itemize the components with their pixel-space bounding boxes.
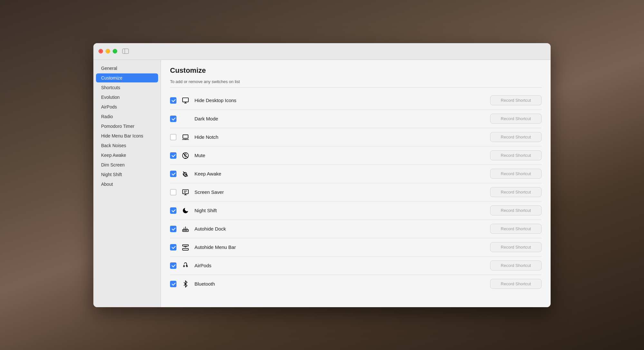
half-circle-icon (180, 114, 191, 124)
checkbox-airpods[interactable] (170, 262, 176, 269)
record-shortcut-button-airpods[interactable]: Record Shortcut (490, 260, 542, 270)
item-label-keep-awake: Keep Awake (194, 171, 486, 176)
list-item-airpods: AirPodsRecord Shortcut (170, 257, 542, 275)
checkbox-keep-awake[interactable] (170, 171, 176, 177)
sidebar-item-customize[interactable]: Customize (96, 73, 158, 82)
sidebar-item-pomodoro-timer[interactable]: Pomodoro Timer (96, 122, 158, 131)
item-label-airpods: AirPods (194, 263, 486, 268)
moon-icon (180, 205, 191, 216)
record-shortcut-button-bluetooth[interactable]: Record Shortcut (490, 279, 542, 289)
record-shortcut-button-dark-mode[interactable]: Record Shortcut (490, 114, 542, 124)
record-shortcut-button-mute[interactable]: Record Shortcut (490, 150, 542, 160)
record-shortcut-button-hide-notch[interactable]: Record Shortcut (490, 132, 542, 142)
list-item-autohide-menu-bar: Autohide Menu BarRecord Shortcut (170, 238, 542, 257)
checkbox-autohide-dock[interactable] (170, 226, 176, 232)
svg-point-21 (186, 266, 188, 267)
svg-rect-15 (184, 230, 185, 231)
dock-icon (180, 224, 191, 234)
main-content: Customize To add or remove any switches … (161, 60, 551, 307)
checkbox-hide-desktop-icons[interactable] (170, 97, 176, 104)
checkbox-dark-mode[interactable] (170, 116, 176, 122)
svg-rect-3 (183, 135, 188, 138)
sidebar-item-general[interactable]: General (96, 64, 158, 73)
main-header: Customize To add or remove any switches … (161, 60, 551, 91)
monitor2-icon (180, 187, 191, 197)
record-shortcut-button-keep-awake[interactable]: Record Shortcut (490, 169, 542, 179)
sidebar-item-hide-menu-bar-icons[interactable]: Hide Menu Bar Icons (96, 131, 158, 140)
sidebar-item-night-shift[interactable]: Night Shift (96, 170, 158, 179)
sidebar-item-about[interactable]: About (96, 180, 158, 189)
record-shortcut-button-hide-desktop-icons[interactable]: Record Shortcut (490, 95, 542, 105)
monitor-icon (180, 95, 191, 106)
checkbox-screen-saver[interactable] (170, 189, 176, 195)
checkbox-autohide-menu-bar[interactable] (170, 244, 176, 251)
sidebar-item-dim-screen[interactable]: Dim Screen (96, 160, 158, 169)
item-label-hide-notch: Hide Notch (194, 134, 486, 140)
item-label-hide-desktop-icons: Hide Desktop Icons (194, 98, 486, 103)
airpods-icon (180, 260, 191, 271)
list-item-autohide-dock: Autohide DockRecord Shortcut (170, 220, 542, 238)
item-label-autohide-dock: Autohide Dock (194, 226, 486, 232)
minimize-button[interactable] (106, 49, 110, 53)
laptop-icon (180, 132, 191, 142)
list-item-dark-mode: Dark ModeRecord Shortcut (170, 110, 542, 128)
item-label-screen-saver: Screen Saver (194, 189, 486, 195)
svg-rect-16 (185, 230, 186, 231)
sidebar: GeneralCustomizeShortcutsEvolutionAirPod… (93, 60, 161, 307)
item-label-mute: Mute (194, 153, 486, 158)
sidebar-toggle-button[interactable] (122, 49, 129, 54)
list-item-hide-desktop-icons: Hide Desktop IconsRecord Shortcut (170, 91, 542, 110)
list-item-night-shift: Night ShiftRecord Shortcut (170, 202, 542, 220)
page-subtitle: To add or remove any switches on list (170, 79, 542, 88)
record-shortcut-button-autohide-dock[interactable]: Record Shortcut (490, 224, 542, 234)
sidebar-item-radio[interactable]: Radio (96, 112, 158, 121)
close-button[interactable] (99, 49, 103, 53)
list-item-bluetooth: BluetoothRecord Shortcut (170, 275, 542, 293)
list-item-hide-notch: Hide NotchRecord Shortcut (170, 128, 542, 147)
sidebar-item-shortcuts[interactable]: Shortcuts (96, 83, 158, 92)
sidebar-item-evolution[interactable]: Evolution (96, 93, 158, 102)
page-title: Customize (170, 66, 542, 75)
checkbox-mute[interactable] (170, 152, 176, 159)
menu-bar-icon (180, 242, 191, 252)
record-shortcut-button-screen-saver[interactable]: Record Shortcut (490, 187, 542, 197)
maximize-button[interactable] (113, 49, 117, 53)
svg-rect-0 (183, 98, 188, 102)
content-area: GeneralCustomizeShortcutsEvolutionAirPod… (93, 60, 551, 307)
item-label-bluetooth: Bluetooth (194, 281, 486, 287)
svg-rect-17 (186, 230, 187, 231)
record-shortcut-button-night-shift[interactable]: Record Shortcut (490, 205, 542, 215)
svg-rect-18 (183, 244, 188, 246)
svg-rect-19 (183, 248, 188, 250)
sidebar-item-airpods[interactable]: AirPods (96, 102, 158, 111)
svg-point-20 (184, 266, 185, 267)
item-label-autohide-menu-bar: Autohide Menu Bar (194, 244, 486, 250)
main-window: GeneralCustomizeShortcutsEvolutionAirPod… (93, 43, 551, 307)
checkbox-bluetooth[interactable] (170, 281, 176, 287)
checkbox-night-shift[interactable] (170, 207, 176, 214)
sidebar-item-back-noises[interactable]: Back Noises (96, 141, 158, 150)
svg-rect-9 (183, 189, 188, 194)
item-label-dark-mode: Dark Mode (194, 116, 486, 121)
mute-icon (180, 150, 191, 161)
item-label-night-shift: Night Shift (194, 208, 486, 213)
titlebar (93, 43, 551, 60)
items-list: Hide Desktop IconsRecord ShortcutDark Mo… (161, 91, 551, 307)
sidebar-item-keep-awake[interactable]: Keep Awake (96, 151, 158, 160)
bell-slash-icon (180, 169, 191, 179)
list-item-mute: MuteRecord Shortcut (170, 147, 542, 165)
checkbox-hide-notch[interactable] (170, 134, 176, 140)
list-item-keep-awake: Keep AwakeRecord Shortcut (170, 165, 542, 183)
record-shortcut-button-autohide-menu-bar[interactable]: Record Shortcut (490, 242, 542, 252)
list-item-screen-saver: Screen SaverRecord Shortcut (170, 183, 542, 202)
bluetooth-icon (180, 279, 191, 289)
